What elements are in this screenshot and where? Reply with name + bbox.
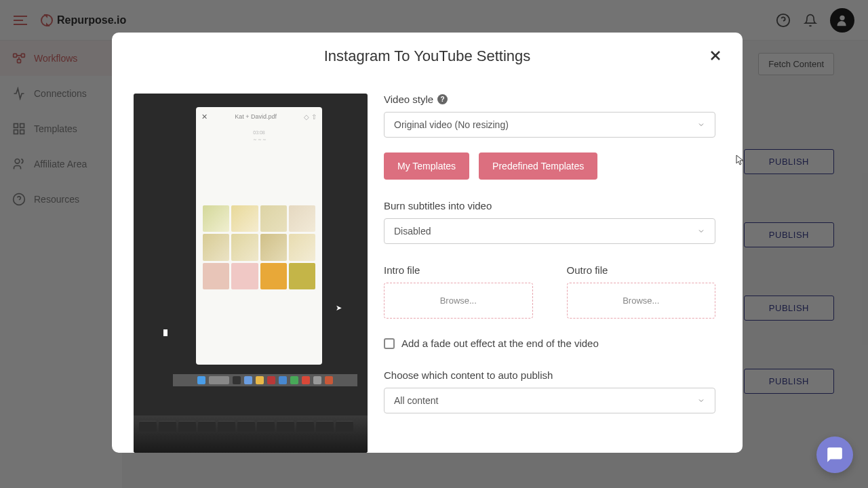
chat-button[interactable] xyxy=(816,436,853,473)
preview-indicator xyxy=(163,329,167,336)
thumbnail xyxy=(289,205,315,232)
burn-subtitles-select[interactable]: Disabled xyxy=(384,218,715,244)
predefined-templates-button[interactable]: Predefined Templates xyxy=(479,152,597,180)
burn-subtitles-section: Burn subtitles into video Disabled xyxy=(384,200,715,244)
fade-out-row: Add a fade out effect at the end of the … xyxy=(384,338,715,349)
thumbnail xyxy=(260,205,287,232)
intro-file-browse[interactable]: Browse... xyxy=(384,283,533,319)
modal-title: Instagram To YouTube Settings xyxy=(324,47,531,65)
doc-title: Kat + David.pdf xyxy=(214,113,297,120)
doc-actions: ◇ ⇧ xyxy=(304,113,317,121)
select-value: All content xyxy=(394,395,438,406)
burn-subtitles-label: Burn subtitles into video xyxy=(384,200,715,211)
close-button[interactable] xyxy=(707,47,724,67)
doc-header: ✕ Kat + David.pdf ◇ ⇧ xyxy=(196,107,322,126)
thumbnail xyxy=(260,234,287,260)
chevron-down-icon xyxy=(697,121,705,129)
close-icon xyxy=(707,47,724,64)
intro-file-label: Intro file xyxy=(384,264,533,276)
thumbnail xyxy=(231,205,258,232)
chat-icon xyxy=(826,446,844,464)
thumbnail xyxy=(289,263,315,289)
preview-keyboard xyxy=(134,415,368,453)
fade-out-label: Add a fade out effect at the end of the … xyxy=(401,338,599,349)
chevron-down-icon xyxy=(697,227,705,235)
fade-out-checkbox[interactable] xyxy=(384,338,395,349)
modal-header: Instagram To YouTube Settings xyxy=(112,33,743,80)
video-preview: ✕ Kat + David.pdf ◇ ⇧ 03:08 ～～～ xyxy=(134,94,368,453)
select-value: Disabled xyxy=(394,226,431,237)
modal-body: ✕ Kat + David.pdf ◇ ⇧ 03:08 ～～～ xyxy=(112,80,743,453)
thumbnail xyxy=(260,263,287,289)
doc-subtitle: ～～～ xyxy=(196,136,322,143)
video-style-select[interactable]: Original video (No resizing) xyxy=(384,112,715,138)
outro-file-col: Outro file Browse... xyxy=(567,264,716,319)
outro-file-browse[interactable]: Browse... xyxy=(567,283,716,319)
preview-taskbar xyxy=(173,374,357,386)
video-style-label: Video style ? xyxy=(384,94,715,105)
thumbnail xyxy=(231,263,258,289)
auto-publish-section: Choose which content to auto publish All… xyxy=(384,369,715,413)
doc-close-icon: ✕ xyxy=(201,113,208,121)
thumbnail xyxy=(203,234,229,260)
cursor-icon: ➤ xyxy=(336,304,342,312)
thumbnail xyxy=(231,234,258,260)
doc-time: 03:08 xyxy=(196,130,322,135)
thumbnail xyxy=(203,205,229,232)
select-value: Original video (No resizing) xyxy=(394,119,509,130)
auto-publish-label: Choose which content to auto publish xyxy=(384,369,715,381)
thumbnail xyxy=(289,234,315,260)
template-buttons: My Templates Predefined Templates xyxy=(384,152,715,180)
preview-document: ✕ Kat + David.pdf ◇ ⇧ 03:08 ～～～ xyxy=(196,107,322,365)
thumbnail xyxy=(203,263,229,289)
settings-modal: Instagram To YouTube Settings ✕ Kat + Da… xyxy=(112,33,743,453)
my-templates-button[interactable]: My Templates xyxy=(384,152,469,180)
outro-file-label: Outro file xyxy=(567,264,716,276)
intro-file-col: Intro file Browse... xyxy=(384,264,533,319)
help-tooltip-icon[interactable]: ? xyxy=(437,94,448,104)
auto-publish-select[interactable]: All content xyxy=(384,388,715,413)
thumbnail-grid xyxy=(196,197,322,298)
file-upload-row: Intro file Browse... Outro file Browse..… xyxy=(384,264,715,319)
chevron-down-icon xyxy=(697,396,705,405)
settings-pane[interactable]: Video style ? Original video (No resizin… xyxy=(384,94,728,453)
